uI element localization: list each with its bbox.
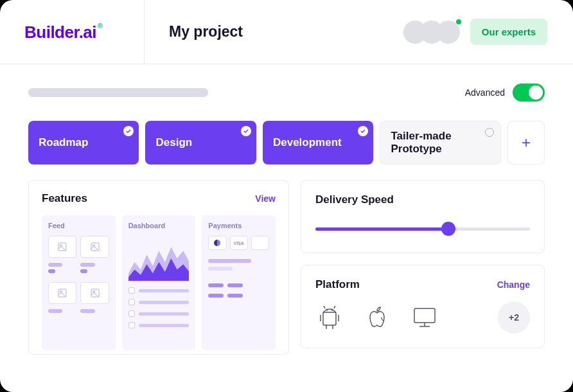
radio-icon <box>485 128 494 137</box>
check-icon <box>358 126 368 136</box>
features-panel: Features View Feed <box>28 180 289 355</box>
add-phase-button[interactable]: + <box>507 121 545 165</box>
platform-icons-row: +2 <box>315 301 530 334</box>
advanced-label: Advanced <box>465 87 505 98</box>
svg-rect-17 <box>414 308 435 323</box>
content: Advanced Roadmap Design Development Tail… <box>0 64 573 355</box>
app-window: Builder.ai ® My project Our experts Adva… <box>0 0 573 392</box>
platform-panel: Platform Change +2 <box>301 265 545 348</box>
svg-line-14 <box>334 306 335 308</box>
feature-card-title: Dashboard <box>128 222 190 229</box>
svg-rect-8 <box>323 312 336 325</box>
logo-registered-mark: ® <box>98 22 103 30</box>
image-icon <box>48 236 76 258</box>
our-experts-button[interactable]: Our experts <box>470 19 547 45</box>
feature-card-dashboard[interactable]: Dashboard <box>122 215 196 350</box>
payment-chip <box>251 236 269 250</box>
platform-more-badge[interactable]: +2 <box>498 301 530 334</box>
panel-header: Platform Change <box>315 278 530 291</box>
phase-label: Roadmap <box>39 136 88 149</box>
features-view-link[interactable]: View <box>255 193 276 204</box>
feature-card-title: Feed <box>48 222 109 229</box>
check-icon <box>241 126 251 136</box>
phase-label: Design <box>155 136 192 149</box>
phase-prototype[interactable]: Tailer-made Prototype <box>380 121 501 165</box>
delivery-speed-panel: Delivery Speed <box>301 180 545 253</box>
image-icon <box>80 236 109 258</box>
delivery-speed-title: Delivery Speed <box>315 193 530 206</box>
right-column: Delivery Speed Platform Change <box>301 180 545 355</box>
image-icon <box>80 282 109 304</box>
area-chart-icon <box>128 236 190 281</box>
phase-tabs: Roadmap Design Development Tailer-made P… <box>28 121 545 165</box>
feature-card-payments[interactable]: Payments VISA <box>202 215 276 350</box>
toolbar-row: Advanced <box>28 84 545 102</box>
delivery-speed-slider[interactable] <box>315 223 530 235</box>
panels-row: Features View Feed <box>28 180 545 355</box>
features-title: Features <box>42 192 87 205</box>
page-title: My project <box>145 23 403 40</box>
logo-text: Builder.ai <box>24 24 96 40</box>
svg-point-16 <box>331 309 333 310</box>
skeleton-placeholder <box>28 88 208 97</box>
svg-point-15 <box>326 309 328 310</box>
phase-development[interactable]: Development <box>263 121 373 165</box>
feature-card-title: Payments <box>208 222 269 229</box>
desktop-icon[interactable] <box>410 303 439 332</box>
phase-label: Development <box>273 136 342 149</box>
image-icon <box>48 282 76 304</box>
phase-roadmap[interactable]: Roadmap <box>28 121 139 165</box>
advanced-toggle[interactable] <box>513 84 545 102</box>
payment-chip-mastercard-icon <box>208 236 226 250</box>
topbar-right: Our experts <box>403 19 573 45</box>
logo[interactable]: Builder.ai ® <box>24 24 103 40</box>
topbar: Builder.ai ® My project Our experts <box>0 0 573 64</box>
feature-cards: Feed Dashboard <box>42 215 276 350</box>
payment-chip-visa: VISA <box>230 236 248 250</box>
slider-fill <box>315 227 448 231</box>
svg-line-13 <box>324 306 325 308</box>
apple-icon[interactable] <box>363 303 391 332</box>
panel-header: Features View <box>42 192 276 205</box>
avatar-stack[interactable] <box>403 21 460 44</box>
logo-cell: Builder.ai ® <box>0 0 145 64</box>
feature-card-feed[interactable]: Feed <box>42 215 116 350</box>
plus-icon: + <box>522 134 531 152</box>
phase-label: Tailer-made Prototype <box>391 130 490 156</box>
phase-design[interactable]: Design <box>145 121 256 165</box>
platform-title: Platform <box>315 278 360 291</box>
slider-thumb[interactable] <box>441 222 455 236</box>
advanced-toggle-group: Advanced <box>465 84 545 102</box>
check-icon <box>123 126 134 136</box>
avatar <box>437 21 460 44</box>
platform-change-link[interactable]: Change <box>497 280 530 290</box>
android-icon[interactable] <box>315 303 344 332</box>
